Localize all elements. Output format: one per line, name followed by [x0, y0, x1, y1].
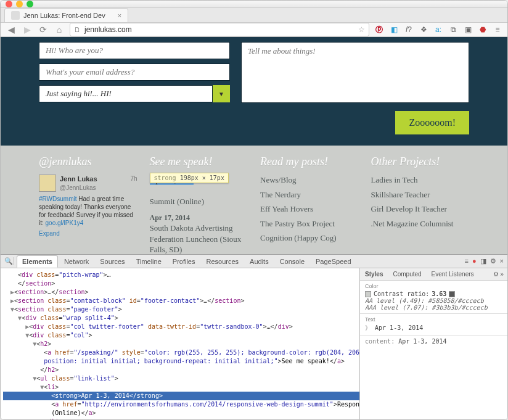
subject-select[interactable]: ▼	[39, 85, 230, 102]
list-item: Eff Yeah Hovers	[260, 204, 359, 215]
ext-icon[interactable]: ⬣	[478, 25, 488, 35]
dom-tree[interactable]: <div class="pitch-wrap">… </section> ▶<s…	[1, 268, 359, 420]
devtools-tab[interactable]: Sources	[95, 256, 129, 267]
event-link[interactable]: South Dakota Advertising Federation Lunc…	[150, 223, 242, 254]
ext-icon[interactable]: f?	[404, 25, 414, 35]
submit-button[interactable]: Zoooooom!	[395, 111, 469, 134]
posts-column: Read my posts! News/Blog The Nerdary Eff…	[260, 155, 359, 254]
content-value: Apr 1-3, 2014	[398, 338, 446, 345]
hashtag-link[interactable]: #RWDsummit	[39, 196, 76, 202]
browser-tabbar: Jenn Lukas: Front-end Dev ×	[1, 8, 507, 23]
footer-link[interactable]: Cognition (Happy Cog)	[260, 233, 337, 242]
section-header: Text	[365, 316, 502, 323]
tab-title: Jenn Lukas: Front-end Dev	[23, 12, 105, 19]
chevron-down-icon[interactable]: ▼	[213, 85, 230, 102]
devtools-close-icon[interactable]: ×	[500, 257, 504, 265]
twitter-column: @jennlukas Jenn Lukas @JennLukas 7h #RWD…	[39, 155, 137, 254]
ext-icon[interactable]: ❖	[419, 25, 428, 35]
speaking-column: See me speak! Apr 1-3, 2014 Responsive W…	[150, 155, 248, 254]
ext-icon[interactable]: ⧉	[448, 25, 458, 35]
aaa-level: AAA level (7.07): #3b3b3b/#cccecb	[365, 304, 502, 311]
inspect-tooltip: strong 198px × 17px	[150, 173, 229, 183]
footer-link[interactable]: News/Blog	[260, 175, 297, 184]
ext-icon[interactable]: ◧	[389, 25, 399, 35]
close-tab-icon[interactable]: ×	[118, 12, 121, 19]
devtools-tab[interactable]: Elements	[17, 255, 58, 268]
devtools-tab[interactable]: Resources	[201, 256, 244, 267]
column-heading: @jennlukas	[39, 155, 137, 168]
zoom-window-icon[interactable]	[27, 1, 33, 7]
tweet-author: Jenn Lukas	[60, 175, 97, 184]
color-swatch-icon	[365, 291, 371, 297]
tweet-time: 7h	[130, 175, 137, 183]
content-label: content:	[365, 338, 395, 345]
gear-icon[interactable]: ⚙ »	[490, 271, 507, 278]
home-button[interactable]: ⌂	[54, 24, 65, 35]
ext-icon[interactable]: a:	[433, 25, 443, 35]
devtools-settings-icon[interactable]: ⚙	[490, 257, 496, 265]
contact-form: ▼ Zoooooom!	[1, 37, 507, 146]
list-item: The Nerdary	[260, 189, 359, 200]
devtools-dock-icon[interactable]: ◨	[480, 257, 486, 265]
traffic-lights	[6, 1, 33, 7]
email-input[interactable]	[39, 64, 230, 81]
devtools-panel: 🔍 Elements Network Sources Timeline Prof…	[1, 254, 507, 420]
devtools-console-icon[interactable]: ≡	[464, 257, 468, 265]
footer-link[interactable]: Skillshare Teacher	[371, 190, 430, 199]
url-field[interactable]: 🗋 jennlukas.com ☆	[70, 23, 369, 36]
side-tab-computed[interactable]: Computed	[388, 270, 426, 279]
page-viewport: ▼ Zoooooom! @jennlukas	[1, 37, 507, 254]
name-input[interactable]	[39, 42, 230, 59]
aa-level: AA level (4.49): #585858/#cccecb	[365, 297, 502, 304]
list-item: .Net Magazine Columnist	[371, 218, 470, 229]
footer-link[interactable]: The Pastry Box Project	[260, 219, 335, 228]
contrast-value: 3.63	[432, 290, 446, 297]
expand-tweet[interactable]: Expand	[39, 229, 60, 238]
list-item: Girl Develop It Teacher	[371, 204, 470, 215]
forward-button[interactable]: ▶	[22, 24, 33, 35]
side-tab-styles[interactable]: Styles	[360, 270, 388, 279]
devtools-tab[interactable]: Console	[275, 256, 309, 267]
devtools-tab[interactable]: PageSpeed	[311, 256, 356, 267]
tweet-link[interactable]: goo.gl/lPK1y4	[46, 220, 84, 226]
message-textarea[interactable]	[241, 42, 469, 103]
pinterest-ext-icon[interactable]: ⓟ	[374, 25, 384, 35]
side-tab-listeners[interactable]: Event Listeners	[427, 270, 479, 279]
devtools-error-icon[interactable]: ●	[472, 257, 477, 265]
event-link[interactable]: Summit (Online)	[150, 197, 204, 206]
ext-icon[interactable]: ▣	[463, 25, 473, 35]
close-window-icon[interactable]	[6, 1, 12, 7]
reload-button[interactable]: ⟳	[38, 24, 49, 35]
devtools-tab[interactable]: Profiles	[168, 256, 200, 267]
devtools-sidebar: Styles Computed Event Listeners ⚙ » Colo…	[359, 268, 507, 420]
browser-tab[interactable]: Jenn Lukas: Front-end Dev ×	[4, 8, 128, 22]
footer-link[interactable]: Ladies in Tech	[371, 175, 418, 184]
window-titlebar	[1, 1, 507, 8]
column-heading: See me speak!	[150, 155, 248, 168]
footer-link[interactable]: The Nerdary	[260, 190, 301, 199]
list-item: The Pastry Box Project	[260, 218, 359, 229]
contrast-label: Contrast ratio:	[374, 290, 429, 297]
favicon-icon	[11, 11, 20, 20]
inspect-icon[interactable]: 🔍	[4, 257, 14, 265]
tweet-body: #RWDsummit Had a great time speaking tod…	[39, 195, 137, 227]
devtools-tab[interactable]: Audits	[245, 256, 274, 267]
menu-icon[interactable]: ≡	[493, 25, 502, 35]
tweet-handle: @JennLukas	[60, 184, 97, 192]
avatar	[39, 175, 56, 192]
color-swatch-icon	[449, 291, 455, 297]
bookmark-star-icon[interactable]: ☆	[358, 25, 365, 34]
devtools-tab[interactable]: Network	[59, 256, 94, 267]
footer-link[interactable]: .Net Magazine Columnist	[371, 219, 454, 228]
column-heading: Other Projects!	[371, 155, 470, 168]
back-button[interactable]: ◀	[6, 24, 17, 35]
minimize-window-icon[interactable]	[16, 1, 23, 7]
devtools-tab[interactable]: Timeline	[131, 256, 166, 267]
address-bar: ◀ ▶ ⟳ ⌂ 🗋 jennlukas.com ☆ ⓟ ◧ f? ❖ a: ⧉ …	[1, 23, 507, 37]
projects-column: Other Projects! Ladies in Tech Skillshar…	[371, 155, 470, 254]
page-icon: 🗋	[74, 26, 81, 33]
footer-link[interactable]: Eff Yeah Hovers	[260, 204, 313, 213]
text-value: Apr 1-3, 2014	[375, 324, 423, 331]
footer-link[interactable]: Girl Develop It Teacher	[371, 204, 447, 213]
extension-icons: ⓟ ◧ f? ❖ a: ⧉ ▣ ⬣ ≡	[374, 25, 502, 35]
